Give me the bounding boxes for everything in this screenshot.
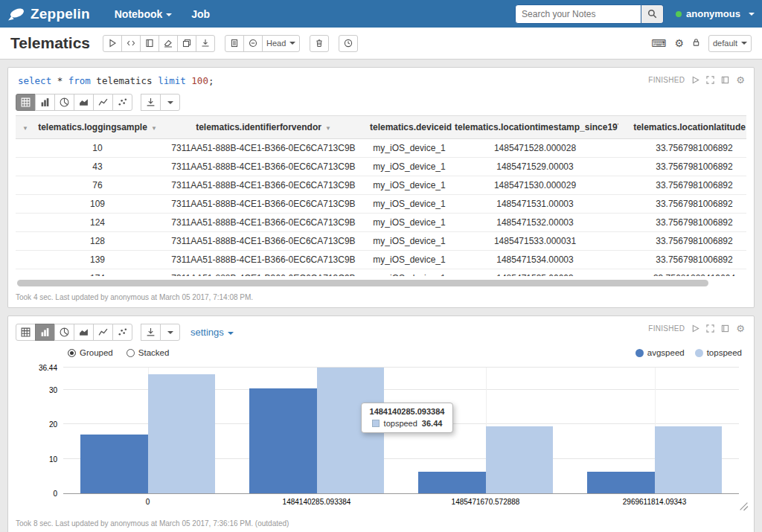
notebook-menu[interactable]: Notebook [105,8,182,20]
line-chart-button[interactable] [93,324,113,341]
minus-circle-icon [249,39,257,48]
clear-output-button[interactable] [159,35,178,52]
column-header[interactable]: telematics.loggingsample▼ [35,116,160,139]
search-button[interactable] [641,4,664,24]
play-icon [108,39,117,48]
bar-topspeed[interactable] [655,426,723,493]
note-toolbar-right: ⌨ ⚙ default [651,35,752,52]
chart-resize-handle-icon[interactable] [739,501,749,511]
column-header-label: telematics.deviceid [370,122,452,132]
table-cell: 33.7567981006892 [618,176,746,195]
eraser-icon [164,39,173,48]
bar-group: 2969611814.09343 [570,368,739,493]
legend-item-avgspeed[interactable]: avgspeed [635,348,685,357]
pie-chart-button[interactable] [54,94,74,111]
scatter-chart-icon [118,327,127,337]
table-cell: 124 [35,214,160,232]
fullscreen-icon[interactable] [706,76,714,84]
column-header[interactable]: telematics.locationlatitude▼ [618,116,746,139]
paragraph-settings-gear-icon[interactable]: ⚙ [736,324,745,333]
y-axis-tick-label: 0 [53,490,57,498]
chart-settings-link[interactable]: settings [190,327,234,338]
column-header[interactable]: telematics.locationtimestamp_since1970▼ [452,116,618,139]
clone-icon [182,39,191,48]
legend-item-topspeed[interactable]: topspeed [695,348,742,357]
download-options-caret-button[interactable] [160,324,180,341]
bar-avgspeed[interactable] [249,388,317,493]
grid-menu-header[interactable]: ▼ [16,116,35,139]
fullscreen-icon[interactable] [706,324,714,333]
tooltip-swatch [372,420,380,427]
paragraph-1-footer: Took 4 sec. Last updated by anonymous at… [16,293,746,301]
brand-text: Zeppelin [31,6,90,22]
table-cell: 174 [35,269,160,277]
scatter-chart-button[interactable] [112,94,132,111]
table-view-button[interactable] [16,94,36,111]
default-interpreter-button[interactable]: default [708,35,752,52]
bar-chart-icon [40,97,50,107]
revisions-dropdown[interactable]: Head [262,35,300,52]
code-editor[interactable]: select * from telematics limit 100; [16,74,746,92]
table-row: 767311AA51-888B-4CE1-B366-0EC6CA713C9Bmy… [16,176,746,195]
table-cell: my_iOS_device_1 [367,195,452,214]
run-paragraph-icon[interactable] [691,324,699,333]
scheduler-button[interactable] [339,35,358,52]
commit-note-button[interactable] [225,35,244,52]
keyboard-shortcuts-icon[interactable]: ⌨ [651,38,666,48]
run-paragraph-icon[interactable] [691,76,699,84]
note-title[interactable]: Telematics [10,34,90,52]
clone-note-button[interactable] [177,35,196,52]
area-chart-button[interactable] [74,324,94,341]
bar-avgspeed[interactable] [418,472,486,493]
user-menu[interactable]: anonymous [676,8,755,19]
clock-icon [344,39,353,48]
interpreter-binding-gear-icon[interactable]: ⚙ [674,38,684,48]
settings-label: settings [190,327,224,338]
paragraph-settings-gear-icon[interactable]: ⚙ [736,75,745,85]
horizontal-scrollbar[interactable] [17,280,708,286]
filter-caret-icon[interactable]: ▼ [22,125,28,132]
table-cell [16,158,35,176]
delete-note-button[interactable] [310,35,329,52]
filter-caret-icon[interactable]: ▼ [325,125,331,132]
show-hide-code-button[interactable] [121,35,141,52]
bar-topspeed[interactable] [148,374,216,493]
area-chart-button[interactable] [74,94,94,111]
grouped-radio[interactable]: Grouped [68,348,113,357]
run-all-paragraphs-button[interactable] [103,35,122,52]
legend-label: avgspeed [647,348,685,357]
column-header[interactable]: telematics.identifierforvendor▼ [160,116,367,139]
table-row: 1097311AA51-888B-4CE1-B366-0EC6CA713C9Bm… [16,195,746,214]
zeppelin-brand[interactable]: Zeppelin [7,5,90,23]
y-axis-tick-label: 36.44 [39,364,57,372]
pie-chart-button[interactable] [54,324,74,341]
bar-avgspeed[interactable] [80,435,148,493]
table-cell [16,139,35,158]
bar-chart-button[interactable] [35,324,55,341]
toggle-editor-icon[interactable] [721,76,729,84]
bar-chart-button[interactable] [35,94,55,111]
result-table-wrap[interactable]: ▼telematics.loggingsample▼telematics.ide… [16,115,746,276]
export-note-button[interactable] [196,35,215,52]
table-view-button[interactable] [16,324,36,341]
set-revision-button[interactable] [243,35,263,52]
search-input[interactable] [515,4,641,24]
note-permissions-lock-icon[interactable] [692,38,700,48]
column-header-label: telematics.locationlatitude [633,122,746,132]
download-options-caret-button[interactable] [160,94,180,111]
show-hide-output-button[interactable] [140,35,159,52]
column-header[interactable]: telematics.deviceid▼ [367,116,452,139]
filter-caret-icon[interactable]: ▼ [151,125,157,132]
chevron-down-icon [167,101,173,104]
line-chart-button[interactable] [93,94,113,111]
bar-topspeed[interactable] [486,426,554,493]
scatter-chart-button[interactable] [112,324,132,341]
job-menu[interactable]: Job [182,8,220,20]
download-data-button[interactable] [141,94,161,111]
stacked-radio[interactable]: Stacked [127,348,170,357]
bar-avgspeed[interactable] [587,472,655,493]
table-cell: my_iOS_device_1 [367,269,452,277]
toggle-editor-icon[interactable] [721,324,729,333]
download-data-button[interactable] [141,324,161,341]
table-cell: 1485471532.00003 [452,214,618,232]
